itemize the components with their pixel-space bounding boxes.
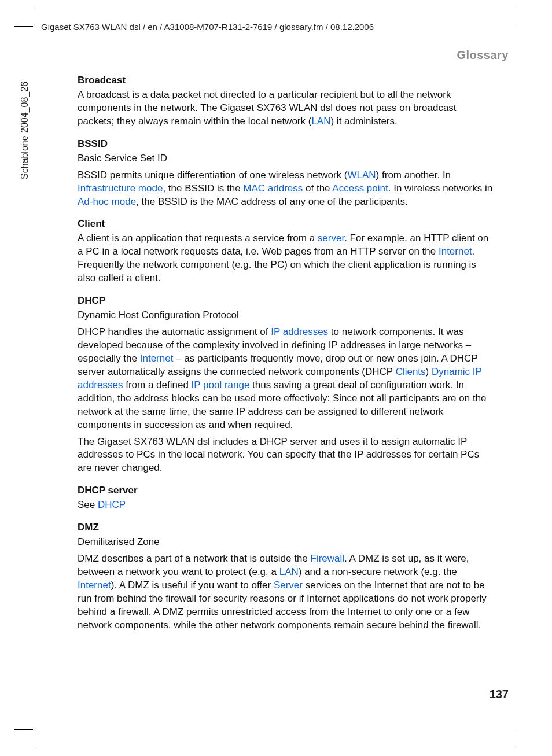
- term-bssid: BSSID: [78, 138, 494, 151]
- definition-text: See DHCP: [78, 499, 494, 512]
- text: DHCP handles the automatic assignment of: [78, 326, 271, 337]
- link-server[interactable]: Server: [274, 580, 303, 591]
- link-firewall[interactable]: Firewall: [311, 553, 345, 564]
- subheading: Basic Service Set ID: [78, 152, 494, 165]
- section-title: Glossary: [457, 49, 509, 62]
- text: BSSID permits unique differentiation of …: [78, 169, 347, 180]
- definition-text: DHCP handles the automatic assignment of…: [78, 326, 494, 432]
- text: ): [426, 366, 432, 377]
- text: ) from another. In: [376, 169, 451, 180]
- text: , the BSSID is the: [163, 183, 243, 194]
- link-clients[interactable]: Clients: [396, 366, 426, 377]
- text: DMZ describes a part of a network that i…: [78, 553, 311, 564]
- text: from a defined: [123, 379, 191, 390]
- text: , the BSSID is the MAC address of any on…: [136, 196, 408, 207]
- crop-mark: [36, 7, 36, 25]
- link-ip-pool-range[interactable]: IP pool range: [192, 379, 250, 390]
- definition-text: BSSID permits unique differentiation of …: [78, 169, 494, 209]
- text: A client is an application that requests…: [78, 233, 318, 244]
- text: ). A DMZ is useful if you want to offer: [111, 580, 274, 591]
- link-mac-address[interactable]: MAC address: [243, 183, 303, 194]
- link-internet[interactable]: Internet: [140, 353, 174, 364]
- text: . In wireless networks in: [388, 183, 492, 194]
- subheading: Demilitarised Zone: [78, 536, 494, 549]
- definition-text: DMZ describes a part of a network that i…: [78, 552, 494, 632]
- document-page: Gigaset SX763 WLAN dsl / en / A31008-M70…: [0, 0, 552, 756]
- term-dhcp-server: DHCP server: [78, 484, 494, 497]
- term-client: Client: [78, 217, 494, 231]
- term-dhcp: DHCP: [78, 294, 494, 308]
- text: See: [78, 499, 98, 510]
- subheading: Dynamic Host Configuration Protocol: [78, 309, 494, 322]
- template-stamp: Schablone 2004_08_26: [20, 82, 30, 179]
- text: A broadcast is a data packet not directe…: [78, 89, 457, 127]
- definition-text: A client is an application that requests…: [78, 232, 494, 285]
- link-internet[interactable]: Internet: [78, 580, 111, 591]
- link-ad-hoc-mode[interactable]: Ad-hoc mode: [78, 196, 136, 207]
- crop-mark: [14, 26, 33, 27]
- definition-text: A broadcast is a data packet not directe…: [78, 88, 494, 128]
- header-path: Gigaset SX763 WLAN dsl / en / A31008-M70…: [41, 22, 374, 32]
- crop-mark: [36, 731, 36, 749]
- link-internet[interactable]: Internet: [439, 246, 472, 257]
- text: of the: [303, 183, 332, 194]
- link-server[interactable]: server: [318, 233, 344, 244]
- link-ip-addresses[interactable]: IP addresses: [271, 326, 328, 337]
- text: ) it administers.: [330, 116, 397, 127]
- term-dmz: DMZ: [78, 521, 494, 534]
- definition-text: The Gigaset SX763 WLAN dsl includes a DH…: [78, 436, 494, 475]
- link-infrastructure-mode[interactable]: Infrastructure mode: [78, 183, 163, 194]
- crop-mark: [516, 731, 516, 749]
- text: ) and a non-secure network (e.g. the: [299, 566, 457, 577]
- crop-mark: [516, 7, 516, 25]
- crop-mark: [14, 729, 33, 730]
- term-broadcast: Broadcast: [78, 74, 494, 87]
- link-lan[interactable]: LAN: [311, 116, 330, 127]
- link-dhcp[interactable]: DHCP: [98, 499, 126, 510]
- page-number: 137: [490, 688, 509, 701]
- link-access-point[interactable]: Access point: [332, 183, 388, 194]
- glossary-content: Broadcast A broadcast is a data packet n…: [78, 74, 494, 636]
- link-lan[interactable]: LAN: [279, 566, 299, 577]
- link-wlan[interactable]: WLAN: [347, 169, 376, 180]
